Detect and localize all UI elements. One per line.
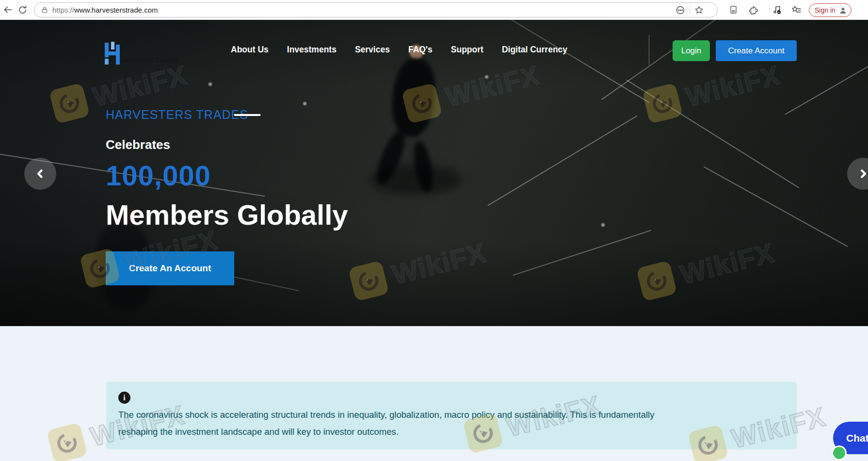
url-host: www.harvesterstrade.com (74, 6, 158, 14)
logo-text: arvesters Trades (122, 56, 179, 65)
media-controls-icon[interactable] (770, 3, 784, 16)
info-icon: i (118, 392, 130, 404)
hero-celebrates: Celebrates (106, 137, 348, 152)
bookmark-star-icon[interactable] (694, 5, 704, 15)
hero-section: arvesters Trades About Us Investments Se… (0, 19, 868, 326)
hero-create-account-button[interactable]: Create An Account (106, 251, 234, 285)
url-scheme: https:// (52, 6, 74, 14)
login-button[interactable]: Login (673, 40, 710, 61)
sign-in-button[interactable]: Sign in (809, 3, 852, 17)
refresh-icon[interactable] (16, 3, 29, 16)
chevron-right-icon (857, 168, 868, 180)
nav-support[interactable]: Support (451, 45, 483, 55)
site-header: arvesters Trades About Us Investments Se… (0, 37, 868, 68)
chat-label: Chat (846, 432, 868, 444)
notice-banner: i The coronavirus shock is accelerating … (106, 382, 797, 449)
decor-dot (303, 102, 306, 105)
nav-about-us[interactable]: About Us (231, 45, 269, 55)
chevron-left-icon (34, 168, 46, 180)
nav-digital-currency[interactable]: Digital Currency (502, 45, 567, 55)
carousel-next-button[interactable] (847, 158, 868, 190)
main-navigation: About Us Investments Services FAQ's Supp… (231, 45, 567, 55)
kicker-underline (234, 114, 260, 116)
notice-text: The coronavirus shock is accelerating st… (118, 406, 683, 440)
hero-member-count: 100,000 (106, 159, 348, 192)
profile-avatar-icon (839, 6, 847, 15)
favorites-bar-icon[interactable] (789, 3, 803, 16)
carousel-prev-button[interactable] (24, 158, 56, 190)
address-bar-actions (675, 3, 704, 17)
decor-line (513, 230, 651, 276)
logo-mark-icon (104, 41, 121, 65)
divider (690, 6, 690, 14)
wikifx-eagle-icon (47, 422, 88, 461)
sign-in-label: Sign in (815, 6, 836, 14)
person-silhouette (389, 56, 438, 139)
decor-dot (209, 82, 212, 86)
decor-dot (485, 75, 488, 79)
nav-faqs[interactable]: FAQ's (408, 45, 433, 55)
back-icon[interactable] (1, 3, 15, 16)
person-shadow (371, 165, 461, 194)
lock-icon (41, 6, 48, 14)
extensions-icon[interactable] (746, 3, 759, 16)
decor-line (704, 166, 848, 247)
nav-services[interactable]: Services (355, 45, 390, 55)
site-logo[interactable]: arvesters Trades (104, 41, 179, 65)
hero-kicker: HARVESTERS TRADES (106, 108, 248, 121)
header-divider (649, 35, 649, 65)
address-bar[interactable]: https://www.harvesterstrade.com (34, 2, 718, 17)
nav-investments[interactable]: Investments (287, 45, 337, 55)
chat-online-status-dot (832, 445, 847, 461)
browser-toolbar: https://www.harvesterstrade.com (0, 0, 868, 20)
more-options-icon[interactable] (675, 5, 685, 15)
decor-line (487, 115, 638, 206)
screen: https://www.harvesterstrade.com (0, 0, 868, 461)
hero-content: HARVESTERS TRADES Celebrates 100,000 Mem… (106, 108, 348, 285)
decor-dot (601, 223, 605, 227)
url-text: https://www.harvesterstrade.com (52, 6, 158, 14)
create-account-button[interactable]: Create Account (716, 40, 797, 61)
reading-mode-icon[interactable] (726, 3, 740, 16)
hero-members-globally: Members Globally (106, 198, 348, 231)
